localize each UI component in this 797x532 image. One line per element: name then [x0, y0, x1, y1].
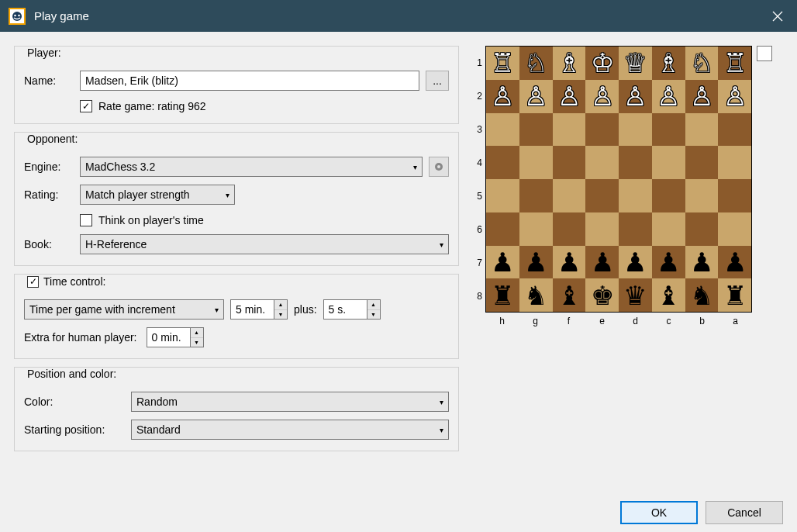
rating-select[interactable]: Match player strength ▾: [80, 185, 235, 205]
board-square[interactable]: [553, 179, 586, 212]
engine-label: Engine:: [24, 161, 74, 173]
board-square[interactable]: ♟: [718, 246, 751, 279]
chess-piece: ♘: [524, 50, 547, 76]
board-square[interactable]: [718, 146, 751, 179]
board-square[interactable]: ♚: [585, 278, 619, 312]
board-square[interactable]: ♟: [553, 246, 586, 279]
board-square[interactable]: [619, 179, 652, 212]
increment-input[interactable]: [323, 299, 367, 320]
rate-game-checkbox[interactable]: ✓: [80, 100, 92, 112]
board-square[interactable]: ♗: [652, 47, 685, 80]
board-square[interactable]: ♟: [652, 246, 685, 279]
ok-button[interactable]: OK: [620, 501, 698, 524]
spin-down-icon[interactable]: ▼: [191, 338, 203, 347]
spin-down-icon[interactable]: ▼: [274, 310, 287, 320]
starting-position-select[interactable]: Standard ▾: [131, 420, 449, 440]
time-mode-select[interactable]: Time per game with increment ▾: [24, 299, 224, 320]
board-square[interactable]: [652, 146, 685, 179]
color-select[interactable]: Random ▾: [131, 392, 449, 412]
board-square[interactable]: [585, 212, 619, 246]
board-square[interactable]: ♖: [718, 47, 751, 80]
chess-board[interactable]: ♖♘♗♔♕♗♘♖♙♙♙♙♙♙♙♙♟♟♟♟♟♟♟♟♜♞♝♚♛♝♞♜: [485, 46, 752, 313]
board-square[interactable]: [718, 212, 751, 246]
board-square[interactable]: [685, 113, 719, 147]
board-square[interactable]: ♗: [553, 47, 586, 80]
name-browse-button[interactable]: ...: [426, 71, 449, 91]
board-square[interactable]: [519, 179, 553, 212]
board-square[interactable]: [585, 113, 619, 147]
board-square[interactable]: [619, 113, 652, 147]
board-square[interactable]: ♝: [652, 278, 685, 312]
board-square[interactable]: ♙: [553, 80, 586, 113]
board-square[interactable]: ♞: [685, 278, 719, 312]
think-checkbox[interactable]: [80, 214, 92, 226]
time-per-game-spinner[interactable]: ▲▼: [230, 299, 288, 320]
board-square[interactable]: ♙: [486, 80, 519, 113]
board-square[interactable]: [718, 179, 751, 212]
board-square[interactable]: [519, 212, 553, 246]
board-square[interactable]: [519, 113, 553, 147]
board-square[interactable]: ♝: [553, 278, 586, 312]
spin-up-icon[interactable]: ▲: [274, 300, 287, 310]
board-square[interactable]: [553, 212, 586, 246]
board-square[interactable]: ♟: [619, 246, 652, 279]
spin-up-icon[interactable]: ▲: [367, 300, 380, 310]
close-button[interactable]: [758, 0, 797, 32]
board-square[interactable]: ♟: [685, 246, 719, 279]
board-square[interactable]: [652, 113, 685, 147]
board-square[interactable]: [685, 212, 719, 246]
board-area: 12345678 ♖♘♗♔♕♗♘♖♙♙♙♙♙♙♙♙♟♟♟♟♟♟♟♟♜♞♝♚♛♝♞…: [473, 46, 772, 313]
chess-piece: ♜: [491, 282, 514, 309]
board-square[interactable]: [619, 212, 652, 246]
board-square[interactable]: ♘: [519, 47, 553, 80]
board-square[interactable]: ♙: [519, 80, 553, 113]
book-select[interactable]: H-Reference ▾: [80, 234, 449, 254]
board-square[interactable]: [486, 179, 519, 212]
board-square[interactable]: [585, 146, 619, 179]
board-square[interactable]: ♕: [619, 47, 652, 80]
board-square[interactable]: [486, 212, 519, 246]
board-square[interactable]: [553, 146, 586, 179]
rank-label: 2: [473, 79, 482, 112]
engine-settings-button[interactable]: [429, 157, 449, 177]
board-square[interactable]: ♙: [585, 80, 619, 113]
board-square[interactable]: ♙: [652, 80, 685, 113]
board-square[interactable]: ♘: [685, 47, 719, 80]
board-square[interactable]: ♟: [486, 246, 519, 279]
board-square[interactable]: ♙: [619, 80, 652, 113]
board-square[interactable]: ♟: [519, 246, 553, 279]
board-square[interactable]: ♔: [585, 47, 619, 80]
board-square[interactable]: ♞: [519, 278, 553, 312]
chess-piece: ♙: [723, 83, 747, 109]
cancel-button[interactable]: Cancel: [706, 501, 783, 524]
board-square[interactable]: ♙: [685, 80, 719, 113]
extra-time-input[interactable]: [147, 327, 190, 347]
board-square[interactable]: ♙: [718, 80, 751, 113]
board-square[interactable]: [619, 146, 652, 179]
board-square[interactable]: ♛: [619, 278, 652, 312]
board-square[interactable]: ♖: [486, 47, 519, 80]
increment-spinner[interactable]: ▲▼: [323, 299, 381, 320]
file-label: a: [719, 316, 752, 326]
board-square[interactable]: ♟: [585, 246, 619, 279]
board-square[interactable]: [652, 212, 685, 246]
board-square[interactable]: [718, 113, 751, 147]
board-square[interactable]: [652, 179, 685, 212]
opponent-group: Opponent: Engine: MadChess 3.2 ▾ Rating:…: [14, 132, 459, 266]
board-square[interactable]: [585, 179, 619, 212]
board-square[interactable]: [486, 146, 519, 179]
name-input[interactable]: [80, 71, 419, 91]
board-square[interactable]: [486, 113, 519, 147]
spin-down-icon[interactable]: ▼: [367, 310, 380, 320]
extra-time-spinner[interactable]: ▲▼: [147, 327, 204, 347]
board-square[interactable]: [685, 146, 719, 179]
engine-select[interactable]: MadChess 3.2 ▾: [80, 157, 423, 177]
board-square[interactable]: [553, 113, 586, 147]
time-per-game-input[interactable]: [230, 299, 274, 320]
board-square[interactable]: ♜: [718, 278, 751, 312]
board-square[interactable]: [519, 146, 553, 179]
board-square[interactable]: [685, 179, 719, 212]
spin-up-icon[interactable]: ▲: [191, 328, 203, 338]
board-square[interactable]: ♜: [486, 278, 519, 312]
time-control-checkbox[interactable]: ✓: [27, 276, 39, 288]
